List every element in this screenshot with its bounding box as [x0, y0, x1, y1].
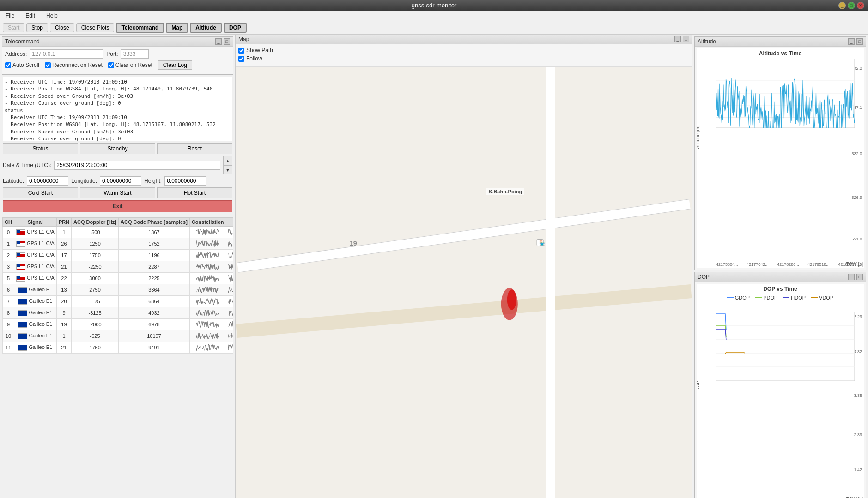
flag-icon — [18, 287, 27, 293]
longitude-label: Longitude: — [71, 178, 97, 184]
cell-signal: Galileo E1 — [14, 342, 56, 354]
cell-acq-code: 2287 — [119, 261, 190, 273]
menu-edit[interactable]: Edit — [23, 12, 38, 20]
clear-on-reset-check[interactable]: Clear on Reset — [108, 62, 152, 68]
cell-acq-code: 1367 — [119, 227, 190, 238]
toolbar-dop[interactable]: DOP — [224, 23, 247, 33]
col-acq-code: ACQ Code Phase [samples] — [119, 218, 190, 227]
channel-table-container[interactable]: CH Signal PRN ACQ Doppler [Hz] ACQ Code … — [2, 217, 233, 498]
auto-scroll-checkbox[interactable] — [5, 62, 11, 68]
log-line: - Receiver Course over ground [deg]: 0 — [5, 100, 231, 107]
panel-max-btn[interactable]: □ — [224, 38, 230, 45]
latitude-input[interactable] — [27, 176, 68, 186]
dop-max-btn[interactable]: □ — [856, 274, 863, 280]
show-path-checkbox[interactable] — [238, 48, 244, 54]
alt-x1: 42175804... — [716, 262, 738, 267]
cell-cn0: 41.7 — [226, 330, 233, 342]
cell-constellation — [189, 319, 226, 330]
cell-acq-doppler: 2750 — [72, 284, 119, 296]
datetime-up[interactable]: ▲ — [223, 156, 232, 165]
log-line: - Receiver Speed over Ground [km/h]: 3e+… — [5, 128, 231, 135]
map-min-btn[interactable]: _ — [674, 36, 681, 42]
alt-x4: 42179518... — [807, 262, 830, 267]
table-row: 5 GPS L1 C/A 22 3000 2225 47.2 2860.2 42… — [3, 273, 234, 284]
panel-min-btn[interactable]: _ — [215, 38, 222, 45]
longitude-input[interactable] — [100, 176, 141, 186]
cell-acq-code: 2225 — [119, 273, 190, 284]
cell-acq-code: 1196 — [119, 250, 190, 261]
log-area[interactable]: - Receiver UTC Time: 19/09/2013 21:09:10… — [3, 77, 232, 141]
reset-button[interactable]: Reset — [157, 143, 232, 154]
cell-signal: Galileo E1 — [14, 296, 56, 307]
dop-min-btn[interactable]: _ — [848, 274, 855, 280]
toolbar-telecommand[interactable]: Telecommand — [116, 23, 164, 33]
toolbar: Start Stop Close Close Plots Telecommand… — [0, 21, 868, 35]
map-panel: Map _ □ Show Path Follow 1 — [236, 35, 692, 498]
col-constellation: Constellation — [189, 218, 226, 227]
toolbar-stop[interactable]: Stop — [26, 23, 48, 32]
clear-on-reset-checkbox[interactable] — [108, 62, 114, 68]
cell-acq-doppler: 1250 — [72, 238, 119, 250]
cell-cn0: 42.7 — [226, 307, 233, 319]
col-prn: PRN — [56, 218, 71, 227]
cell-ch: 6 — [3, 284, 14, 296]
minimize-button[interactable]: _ — [838, 2, 846, 9]
hot-start-button[interactable]: Hot Start — [157, 187, 232, 198]
menu-file[interactable]: File — [3, 12, 17, 20]
height-input[interactable] — [164, 176, 206, 186]
follow-label: Follow — [246, 55, 262, 62]
toolbar-start[interactable]: Start — [3, 23, 24, 32]
datetime-input[interactable] — [54, 161, 220, 170]
dop-chart-bg — [716, 312, 855, 381]
dop-title: DOP — [698, 274, 710, 280]
maximize-button[interactable]: □ — [848, 2, 855, 9]
vdop-color — [811, 297, 818, 298]
toolbar-map[interactable]: Map — [166, 23, 188, 33]
close-button[interactable]: ✕ — [857, 2, 864, 9]
toolbar-close-plots[interactable]: Close Plots — [76, 23, 115, 32]
address-row: Address: Port: — [5, 49, 230, 59]
follow-checkbox[interactable] — [238, 56, 244, 62]
col-cn0: C/N0 [dB-Hz] — [226, 218, 233, 227]
address-input[interactable] — [30, 49, 103, 59]
cell-acq-code: 4932 — [119, 307, 190, 319]
reconnect-checkbox[interactable] — [45, 62, 51, 68]
status-button[interactable]: Status — [3, 143, 78, 154]
show-path-row: Show Path — [238, 47, 689, 54]
toolbar-close[interactable]: Close — [50, 23, 74, 32]
port-input[interactable] — [121, 49, 149, 59]
pdop-label: PDOP — [763, 295, 777, 300]
toolbar-altitude[interactable]: Altitude — [190, 23, 222, 33]
flag-icon — [16, 229, 25, 235]
cell-acq-code: 6864 — [119, 296, 190, 307]
clear-log-button[interactable]: Clear Log — [158, 60, 192, 70]
titlebar-controls: _ □ ✕ — [838, 2, 864, 9]
cell-signal: GPS L1 C/A — [14, 273, 56, 284]
exit-button[interactable]: Exit — [3, 200, 232, 212]
cell-cn0: 47.5 — [226, 250, 233, 261]
alt-y1: 521.8 — [851, 237, 862, 241]
dop-chart-title: DOP vs Time — [697, 284, 864, 294]
cell-ch: 2 — [3, 250, 14, 261]
gps-track-svg: 🏪 — [236, 67, 692, 498]
cell-signal: GPS L1 C/A — [14, 250, 56, 261]
altitude-min-btn[interactable]: _ — [848, 38, 855, 45]
table-row: 11 Galileo E1 21 1750 9491 42.5 1765.1 4… — [3, 342, 234, 354]
datetime-down[interactable]: ▼ — [223, 165, 232, 174]
altitude-svg — [716, 59, 855, 128]
warm-start-button[interactable]: Warm Start — [80, 187, 155, 198]
standby-button[interactable]: Standby — [80, 143, 155, 154]
flag-icon — [18, 345, 27, 351]
cell-ch: 0 — [3, 227, 14, 238]
cold-start-button[interactable]: Cold Start — [3, 187, 78, 198]
map-max-btn[interactable]: □ — [683, 36, 689, 42]
cell-constellation — [189, 307, 226, 319]
reconnect-check[interactable]: Reconnect on Reset — [45, 62, 103, 68]
flag-icon — [16, 252, 25, 258]
menu-help[interactable]: Help — [43, 12, 61, 20]
map-view[interactable]: 19 S-Bahn-Poing 🏪 — [236, 67, 692, 498]
cell-cn0: 42.0 — [226, 296, 233, 307]
altitude-max-btn[interactable]: □ — [856, 38, 863, 45]
auto-scroll-check[interactable]: Auto Scroll — [5, 62, 39, 68]
map-header: Map _ □ — [236, 35, 692, 44]
